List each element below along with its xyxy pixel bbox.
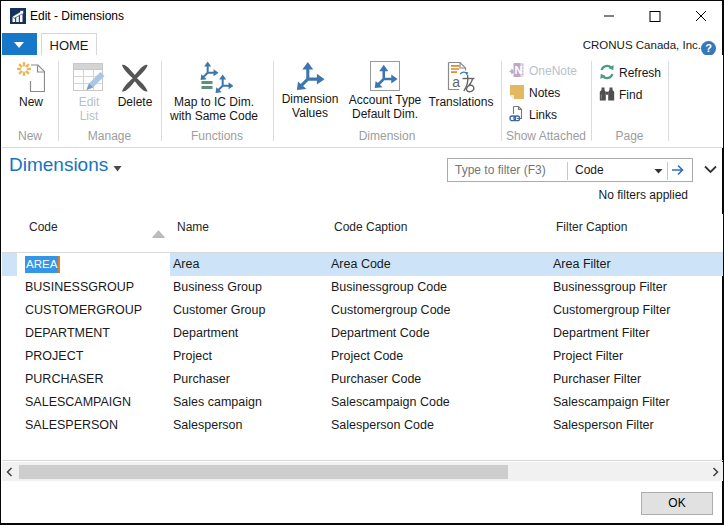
- svg-text:a: a: [452, 74, 460, 90]
- svg-text:N: N: [515, 64, 523, 76]
